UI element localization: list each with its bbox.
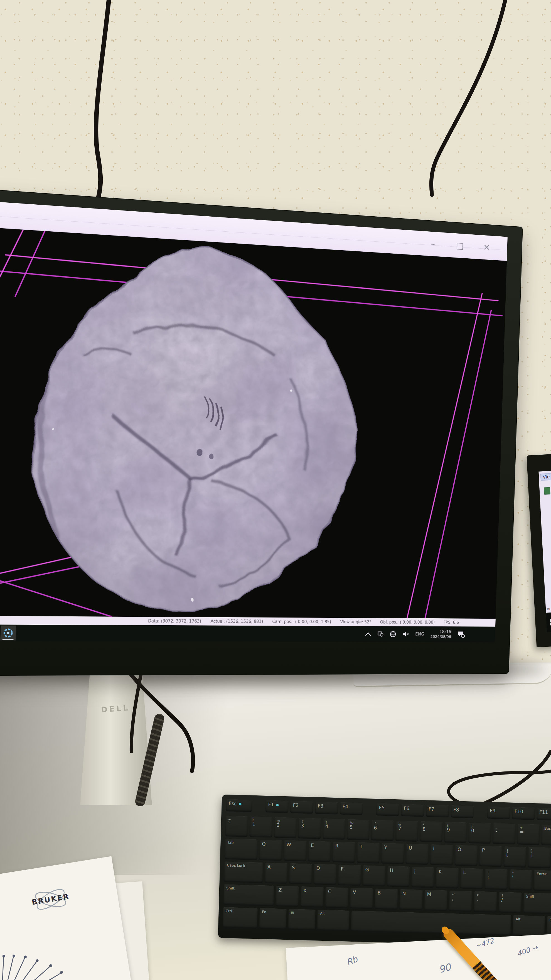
- status-segment-4: Obj. pos.: ( 0.00, 0.00, 0.00): [380, 620, 435, 625]
- handwritten-note-6: 400 →: [516, 943, 539, 958]
- primary-screen: – □ ✕: [0, 200, 508, 642]
- menu-item[interactable]: Vie: [540, 473, 551, 480]
- system-tray: ENG 18:16 2024/08/06: [365, 629, 465, 639]
- printed-diagram: t: [0, 931, 73, 980]
- key-7: &7: [395, 821, 418, 842]
- key-F: F: [338, 864, 361, 886]
- windows-start-icon[interactable]: [549, 619, 551, 625]
- key-;: :;: [485, 869, 508, 890]
- key-F1: F1: [265, 800, 289, 813]
- key-Ctrl: Ctrl: [222, 907, 258, 929]
- chevron-up-icon[interactable]: [365, 632, 371, 636]
- key-F11: F11: [537, 808, 551, 821]
- key-2: @2: [274, 817, 297, 838]
- key-Alt: Alt: [317, 910, 349, 931]
- handwritten-note-0: Rb: [345, 954, 359, 967]
- key-F8: F8: [451, 805, 474, 818]
- cable-left: [96, 0, 109, 203]
- key-⊞: ⊞: [288, 909, 316, 931]
- key-Y: Y: [381, 843, 404, 864]
- bruker-letterhead-paper: BRUKER t: [0, 856, 132, 980]
- bruker-screen-logo: KER: [0, 226, 0, 291]
- globe-icon[interactable]: [390, 631, 396, 637]
- key-T: T: [357, 842, 380, 863]
- status-segment-0: Data: (3072, 3072, 1763): [148, 619, 201, 624]
- key-W: W: [284, 840, 306, 861]
- key-R: R: [332, 842, 356, 863]
- restore-button[interactable]: □: [454, 238, 465, 253]
- key-X: X: [300, 886, 324, 908]
- key-H: H: [387, 866, 410, 887]
- language-indicator[interactable]: ENG: [415, 632, 424, 636]
- key-F7: F7: [426, 805, 449, 818]
- close-button[interactable]: ✕: [481, 240, 492, 255]
- key-`: ~`: [225, 816, 248, 837]
- key-D: D: [313, 864, 337, 885]
- key-Shift: Shift: [223, 884, 274, 906]
- volume-icon[interactable]: [402, 631, 410, 637]
- key-/: ?/: [499, 892, 522, 913]
- key-': "': [509, 869, 532, 891]
- key-U: U: [406, 843, 429, 865]
- key-F6: F6: [401, 804, 424, 817]
- key-5: %5: [347, 819, 370, 840]
- key-F10: F10: [512, 807, 535, 820]
- key-8: *8: [420, 821, 443, 842]
- key-.: >.: [474, 891, 497, 912]
- key-Q: Q: [259, 840, 282, 861]
- taskbar-apps: [0, 624, 17, 641]
- key-6: ^6: [371, 820, 394, 841]
- file-icon: [544, 487, 550, 495]
- notification-icon[interactable]: [457, 631, 465, 638]
- key-Backspace: Backspace: [541, 825, 551, 846]
- handwritten-note-5: ~472: [474, 937, 495, 950]
- key-A: A: [264, 862, 287, 884]
- device-sync-icon[interactable]: [377, 631, 383, 637]
- key-Shift: Shift: [523, 892, 551, 915]
- key-F3: F3: [315, 802, 338, 815]
- key-C: C: [325, 887, 348, 908]
- secondary-monitor-screen: Vie or Help, pres: [538, 469, 551, 613]
- key-F2: F2: [290, 801, 313, 814]
- key-I: I: [430, 845, 453, 865]
- hanging-cables: [0, 0, 551, 228]
- window-controls: – □ ✕: [427, 236, 492, 255]
- ct-3d-viewport[interactable]: KER: [0, 226, 507, 619]
- key-P: P: [479, 846, 502, 867]
- primary-monitor: – □ ✕: [0, 186, 523, 676]
- key-4: $4: [322, 819, 345, 840]
- key-Z: Z: [275, 886, 299, 907]
- key-B: B: [375, 888, 398, 910]
- key-E: E: [308, 841, 331, 862]
- status-segment-2: Cam. pos.: ( 0.00, 0.00, 1.85): [272, 619, 331, 624]
- minimize-button[interactable]: –: [427, 236, 438, 251]
- key-3: #3: [298, 818, 321, 839]
- key-S: S: [289, 863, 312, 885]
- windows-taskbar: ENG 18:16 2024/08/06: [0, 624, 495, 642]
- key-M: M: [424, 890, 448, 911]
- clock[interactable]: 18:16 2024/08/06: [430, 629, 451, 639]
- cable-right: [431, 0, 506, 195]
- status-segment-1: Actual: (1536, 1536, 881): [210, 619, 263, 624]
- key-Enter: Enter: [534, 870, 551, 892]
- dell-keyboard: EscF1F2F3F4F5F6F7F8F9F10F11F12~`!1@2#3$4…: [218, 795, 551, 948]
- key--: _-: [492, 823, 515, 845]
- key-L: L: [460, 868, 483, 889]
- key-N: N: [399, 889, 423, 910]
- key-K: K: [436, 867, 459, 888]
- key-0: )0: [468, 822, 491, 843]
- key-F4: F4: [340, 802, 363, 815]
- key-G: G: [362, 865, 386, 886]
- key-Alt: Alt: [513, 915, 545, 937]
- letterhead: BRUKER: [0, 883, 118, 916]
- key-=: +=: [517, 824, 540, 845]
- key-Fn: Fn: [259, 908, 287, 930]
- settings-circle-icon[interactable]: [0, 625, 16, 641]
- key-J: J: [411, 867, 434, 888]
- key-space: [351, 911, 511, 936]
- key-,: <,: [449, 891, 472, 912]
- key-]: }]: [528, 847, 551, 869]
- key-Esc: Esc: [226, 799, 252, 812]
- key-O: O: [454, 845, 478, 866]
- handwritten-note-1: 90: [437, 961, 452, 975]
